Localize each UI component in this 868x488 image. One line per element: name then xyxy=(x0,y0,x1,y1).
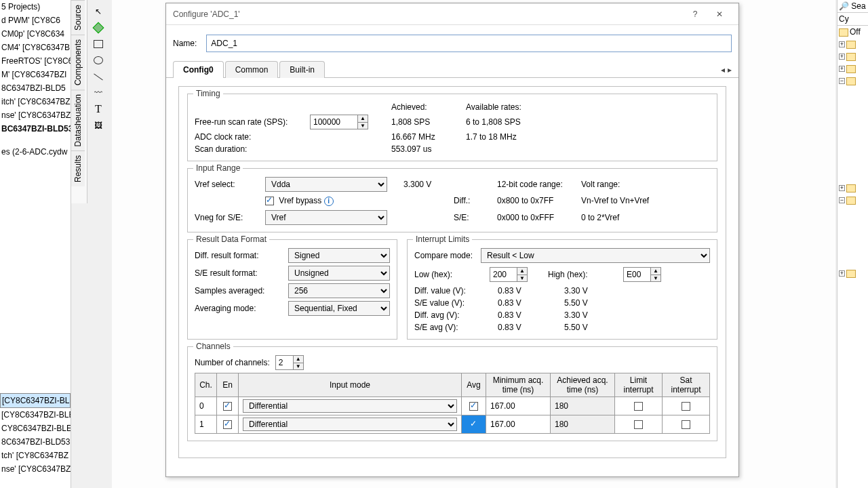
col-ach-acq: Achieved acq.time (ns) xyxy=(551,373,615,396)
expand-icon[interactable]: + xyxy=(839,270,845,277)
spin-down-icon[interactable]: ▼ xyxy=(517,274,528,282)
close-button[interactable]: ✕ xyxy=(707,6,732,22)
free-run-input[interactable] xyxy=(310,115,357,129)
config-panel: Timing Achieved: Available rates: Free-r… xyxy=(178,86,726,458)
tree-item[interactable]: tch' [CY8C6347BZ xyxy=(0,449,71,462)
diff-avg-low: 0.83 V xyxy=(498,310,552,320)
result-format-group: Result Data Format Diff. result format: … xyxy=(187,239,397,340)
en-checkbox[interactable] xyxy=(223,420,232,429)
low-hex-input[interactable] xyxy=(490,267,517,282)
tree-item[interactable]: M' [CY8C6347BZI xyxy=(0,68,71,81)
tab-common[interactable]: Common xyxy=(225,61,279,78)
tree-item-active[interactable]: BC6347BZI-BLD53 xyxy=(0,122,71,136)
spin-up-icon[interactable]: ▲ xyxy=(517,267,528,274)
cell-ch: 1 xyxy=(195,415,217,433)
se-val-low: 0.83 V xyxy=(498,298,552,308)
avg-checkbox[interactable] xyxy=(469,402,478,411)
right-header: 🔎 Sea xyxy=(837,0,868,12)
diff-val-high: 3.30 V xyxy=(564,286,618,296)
spin-down-icon[interactable]: ▼ xyxy=(650,274,661,282)
expand-icon[interactable]: + xyxy=(839,54,845,60)
sat-checkbox[interactable] xyxy=(682,402,690,411)
side-tab-results[interactable]: Results xyxy=(71,150,85,186)
table-row: 0 Differential 167.00 180 xyxy=(195,396,710,415)
right-tab[interactable]: Cy xyxy=(837,12,868,25)
side-tab-components[interactable]: Components xyxy=(71,35,85,89)
limit-checkbox[interactable] xyxy=(634,402,643,411)
low-hex-spinner[interactable]: ▲▼ xyxy=(490,267,537,282)
line-tool-icon[interactable] xyxy=(91,69,106,84)
spin-down-icon[interactable]: ▼ xyxy=(357,122,368,129)
tree-item[interactable]: [CY8C6347BZI-BL xyxy=(0,393,71,408)
spin-up-icon[interactable]: ▲ xyxy=(357,115,368,122)
diamond-tool-icon[interactable] xyxy=(91,20,106,35)
help-button[interactable]: ? xyxy=(683,6,707,22)
se-fmt-select[interactable]: Unsigned xyxy=(288,266,390,281)
high-hex-spinner[interactable]: ▲▼ xyxy=(623,267,671,282)
tree-item[interactable]: itch' [CY8C6347BZ xyxy=(0,95,71,108)
tree-item[interactable]: nse' [CY8C6347BZ xyxy=(0,108,71,122)
tab-nav-next-icon[interactable]: ▸ xyxy=(728,65,732,75)
spin-up-icon[interactable]: ▲ xyxy=(293,355,304,363)
text-tool-icon[interactable]: T xyxy=(91,102,106,117)
se-code-range: 0x000 to 0xFFF xyxy=(497,213,572,222)
tree-item[interactable]: es (2-6-ADC.cydw xyxy=(0,145,71,159)
expand-icon[interactable]: + xyxy=(839,41,845,47)
tree-item[interactable]: 5 Projects) xyxy=(0,0,71,14)
sat-checkbox[interactable] xyxy=(682,420,690,429)
tab-config0[interactable]: Config0 xyxy=(173,61,224,78)
cell-min-acq[interactable]: 167.00 xyxy=(486,396,551,415)
tree-item[interactable]: 8C6347BZI-BLD53 xyxy=(0,435,71,449)
tree-item[interactable]: CM0p' [CY8C634 xyxy=(0,27,71,41)
side-tab-docs[interactable]: Datasheuation xyxy=(71,89,85,150)
group-title: Result Data Format xyxy=(193,235,269,244)
free-run-spinner[interactable]: ▲▼ xyxy=(310,115,378,129)
pointer-tool-icon[interactable]: ↖ xyxy=(91,4,106,19)
right-tab[interactable]: Off xyxy=(837,25,868,38)
col-en: En xyxy=(217,373,239,396)
vref-bypass-checkbox[interactable] xyxy=(265,197,274,205)
tree-item[interactable]: d PWM' [CY8C6 xyxy=(0,14,71,27)
input-mode-select[interactable]: Differential xyxy=(243,399,457,413)
rect-tool-icon[interactable] xyxy=(91,37,106,52)
vref-select[interactable]: Vdda xyxy=(265,177,387,192)
limit-checkbox[interactable] xyxy=(634,420,643,429)
tree-item[interactable]: CM4' [CY8C6347B xyxy=(0,41,71,54)
samples-select[interactable]: 256 xyxy=(288,283,390,298)
name-input[interactable] xyxy=(206,35,732,52)
compare-mode-select[interactable]: Result < Low xyxy=(481,248,710,263)
cell-min-acq[interactable]: 167.00 xyxy=(486,415,551,433)
input-range-group: Input Range Vref select: Vdda 3.300 V 12… xyxy=(187,168,717,232)
tab-builtin[interactable]: Built-in xyxy=(279,61,325,78)
diff-fmt-select[interactable]: Signed xyxy=(288,248,390,263)
info-icon[interactable]: i xyxy=(324,197,334,206)
num-channels-spinner[interactable]: ▲▼ xyxy=(275,355,304,370)
spin-down-icon[interactable]: ▼ xyxy=(293,363,304,370)
tree-item[interactable]: nse' [CY8C6347BZ] xyxy=(0,462,71,476)
num-channels-input[interactable] xyxy=(275,355,293,370)
side-tab-source[interactable]: Source xyxy=(71,0,85,35)
curve-tool-icon[interactable]: 〰 xyxy=(91,85,106,100)
avg-checkbox[interactable] xyxy=(469,420,478,429)
low-hex-label: Low (hex): xyxy=(414,270,479,279)
input-mode-select[interactable]: Differential xyxy=(243,418,457,431)
collapse-icon[interactable]: − xyxy=(839,78,845,84)
collapse-icon[interactable]: − xyxy=(839,197,845,203)
avg-mode-select[interactable]: Sequential, Fixed xyxy=(288,301,390,316)
high-hex-input[interactable] xyxy=(623,267,650,282)
vneg-select[interactable]: Vref xyxy=(265,210,387,225)
expand-icon[interactable]: + xyxy=(839,66,845,72)
tree-item[interactable]: 8C6347BZI-BLD5 xyxy=(0,81,71,95)
tab-nav-prev-icon[interactable]: ◂ xyxy=(721,65,725,75)
tree-item[interactable]: [CY8C6347BZI-BLE xyxy=(0,408,71,422)
ellipse-tool-icon[interactable] xyxy=(91,53,106,68)
image-tool-icon[interactable]: 🖼 xyxy=(91,118,106,133)
en-checkbox[interactable] xyxy=(223,402,232,411)
diff-fmt-label: Diff. result format: xyxy=(195,251,283,260)
expand-icon[interactable]: + xyxy=(839,185,845,191)
tree-item[interactable]: FreeRTOS' [CY8C6 xyxy=(0,54,71,68)
scan-duration-value: 553.097 us xyxy=(391,144,452,154)
tree-item[interactable]: CY8C6347BZI-BLE xyxy=(0,422,71,435)
channels-group: Channels Number of channels: ▲▼ Ch. En I… xyxy=(187,346,717,441)
spin-up-icon[interactable]: ▲ xyxy=(650,267,661,274)
